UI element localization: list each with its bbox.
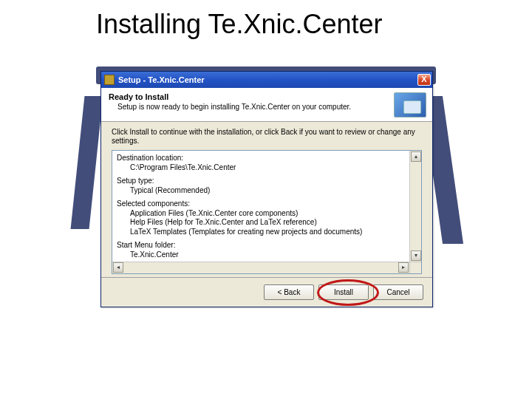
wizard-header: Ready to Install Setup is now ready to b…: [101, 88, 432, 122]
window-title: Setup - Te.Xnic.Center: [118, 75, 417, 84]
scroll-left-icon[interactable]: ◂: [113, 262, 123, 273]
dest-value: C:\Program Files\Te.Xnic.Center: [130, 163, 417, 173]
slide-title: Installing Te.Xnic.Center: [96, 9, 383, 40]
startmenu-label: Start Menu folder:: [117, 241, 417, 250]
close-button[interactable]: X: [417, 74, 431, 86]
type-value: Typical (Recommended): [130, 186, 417, 196]
vertical-scrollbar[interactable]: ▴ ▾: [409, 151, 421, 262]
install-button[interactable]: Install: [318, 284, 369, 300]
scroll-down-icon[interactable]: ▾: [411, 250, 421, 261]
header-subtitle: Setup is now ready to begin installing T…: [117, 103, 425, 111]
decorative-shape-left: [71, 96, 103, 229]
wizard-footer: < Back Install Cancel: [101, 277, 432, 307]
dest-label: Destination location:: [117, 154, 417, 163]
horizontal-scrollbar[interactable]: ◂ ▸: [112, 262, 409, 273]
wizard-content: Click Install to continue with the insta…: [101, 122, 432, 277]
installer-icon: [394, 92, 426, 117]
scrollbar-corner: [409, 262, 421, 273]
title-prefix: Setup -: [118, 75, 148, 84]
components-value: Application Files (Te.Xnic.Center core c…: [130, 209, 417, 237]
startmenu-value: Te.Xnic.Center: [130, 250, 417, 260]
header-title: Ready to Install: [109, 92, 425, 101]
title-app-name: Te.Xnic.Center: [148, 75, 204, 84]
scroll-up-icon[interactable]: ▴: [411, 151, 421, 162]
installer-window: Setup - Te.Xnic.Center X Ready to Instal…: [100, 71, 433, 307]
app-icon: [104, 75, 115, 85]
scroll-right-icon[interactable]: ▸: [398, 262, 409, 273]
type-label: Setup type:: [117, 177, 417, 186]
summary-box: Destination location: C:\Program Files\T…: [112, 150, 422, 274]
titlebar[interactable]: Setup - Te.Xnic.Center X: [101, 72, 432, 88]
cancel-button[interactable]: Cancel: [373, 284, 423, 300]
back-button[interactable]: < Back: [264, 284, 314, 300]
components-label: Selected components:: [117, 200, 417, 209]
instruction-text: Click Install to continue with the insta…: [112, 128, 422, 146]
